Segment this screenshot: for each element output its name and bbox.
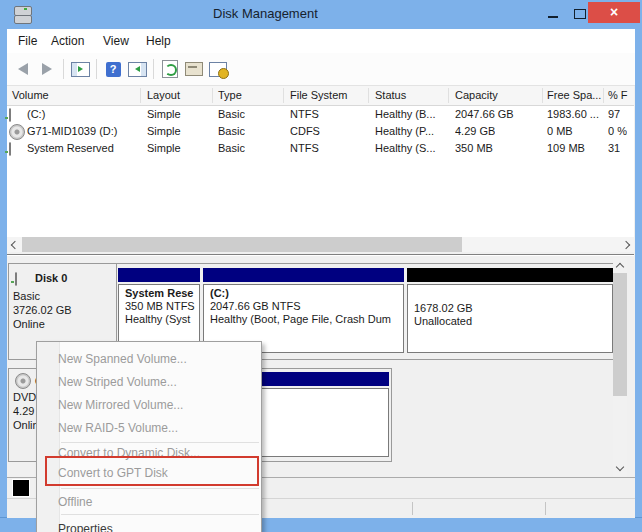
show-action-pane-button[interactable] xyxy=(125,57,149,81)
scroll-down-arrow[interactable] xyxy=(613,461,627,475)
disk-icon xyxy=(15,272,17,286)
cd-icon xyxy=(15,373,31,389)
window-title: Disk Management xyxy=(213,6,318,21)
cell-free-space: 1983.60 ... xyxy=(547,106,603,123)
menu-view[interactable]: View xyxy=(97,29,135,53)
menu-file[interactable]: File xyxy=(12,29,43,53)
disk0-type: Basic xyxy=(13,290,40,302)
menu-separator xyxy=(61,442,259,443)
cell-status: Healthy (B... xyxy=(375,106,447,123)
disk0-name: Disk 0 xyxy=(35,272,67,284)
refresh-button[interactable] xyxy=(158,57,182,81)
column-header-capacity[interactable]: Capacity xyxy=(455,86,498,105)
column-header-file-system[interactable]: File System xyxy=(290,86,347,105)
toolbar: ? xyxy=(7,53,635,86)
back-button[interactable] xyxy=(11,57,35,81)
cell-volume: G71-MID1039 (D:) xyxy=(27,123,139,140)
drive-icon xyxy=(9,142,11,156)
help-icon: ? xyxy=(106,62,121,77)
column-header-layout[interactable]: Layout xyxy=(147,86,180,105)
cell-pct-free: 97 xyxy=(608,106,620,123)
help-button[interactable]: ? xyxy=(101,57,125,81)
menu-item-new-striped-volume[interactable]: New Striped Volume... xyxy=(37,371,261,393)
partition-unallocated[interactable]: 1678.02 GB Unallocated xyxy=(407,268,613,353)
show-console-tree-button[interactable] xyxy=(68,57,92,81)
close-button[interactable]: × xyxy=(588,2,640,23)
cell-type: Basic xyxy=(218,123,245,140)
menu-bar: File Action View Help xyxy=(7,29,635,53)
menu-item-properties[interactable]: Properties xyxy=(37,518,261,532)
partition-status: Unallocated xyxy=(414,315,612,328)
toolbar-separator xyxy=(63,59,64,79)
horizontal-scrollbar[interactable] xyxy=(7,237,634,252)
window-border-right xyxy=(635,29,642,532)
minimize-button[interactable] xyxy=(543,5,563,23)
menu-item-new-mirrored-volume[interactable]: New Mirrored Volume... xyxy=(37,394,261,416)
volume-row-system-reserved[interactable]: System Reserved Simple Basic NTFS Health… xyxy=(7,140,634,157)
cell-layout: Simple xyxy=(147,123,181,140)
toolbar-separator xyxy=(153,59,154,79)
column-header-pct-free[interactable]: % F xyxy=(608,86,628,105)
forward-icon xyxy=(42,63,52,75)
cell-capacity: 4.29 GB xyxy=(455,123,495,140)
volume-list-header: Volume Layout Type File System Status Ca… xyxy=(7,86,634,106)
vertical-scrollbar-thumb[interactable] xyxy=(613,273,627,396)
scroll-left-arrow[interactable] xyxy=(7,237,20,252)
maximize-icon xyxy=(574,9,586,19)
device-manager-icon xyxy=(209,62,227,77)
forward-button[interactable] xyxy=(35,57,59,81)
toolbar-separator xyxy=(96,59,97,79)
partition-color-bar xyxy=(118,268,200,282)
disk-context-menu: New Spanned Volume... New Striped Volume… xyxy=(36,341,262,532)
horizontal-scrollbar-thumb[interactable] xyxy=(22,237,462,252)
volume-row-c[interactable]: (C:) Simple Basic NTFS Healthy (B... 204… xyxy=(7,106,634,123)
unallocated-color-bar xyxy=(407,268,613,282)
partition-status: Healthy (Boot, Page File, Crash Dum xyxy=(210,313,403,326)
cell-free-space: 109 MB xyxy=(547,140,603,157)
menu-separator xyxy=(61,488,259,489)
rescan-disks-button[interactable] xyxy=(182,57,206,81)
menu-help[interactable]: Help xyxy=(140,29,177,53)
cell-status: Healthy (P... xyxy=(375,123,447,140)
vertical-scrollbar[interactable] xyxy=(613,258,627,477)
scroll-up-arrow[interactable] xyxy=(613,258,627,272)
column-header-free-space[interactable]: Free Spa... xyxy=(547,86,601,105)
partition-size: 350 MB NTFS xyxy=(125,300,199,313)
close-icon: × xyxy=(610,4,618,20)
cdrom-type: DVD xyxy=(13,391,36,403)
partition-status: Healthy (Syst xyxy=(125,313,199,326)
menu-item-offline[interactable]: Offline xyxy=(37,491,261,513)
cell-volume: (C:) xyxy=(27,106,139,123)
window-border-left xyxy=(0,29,7,532)
scroll-right-arrow[interactable] xyxy=(621,237,634,252)
legend-unallocated-swatch xyxy=(13,480,29,496)
cell-free-space: 0 MB xyxy=(547,123,603,140)
pane-splitter[interactable] xyxy=(7,254,634,256)
console-tree-icon xyxy=(71,62,90,77)
cell-type: Basic xyxy=(218,140,245,157)
column-header-type[interactable]: Type xyxy=(218,86,242,105)
menu-action[interactable]: Action xyxy=(45,29,90,53)
volume-list: Volume Layout Type File System Status Ca… xyxy=(7,86,634,237)
menu-item-new-raid5-volume[interactable]: New RAID-5 Volume... xyxy=(37,417,261,439)
cell-layout: Simple xyxy=(147,140,181,157)
cell-volume: System Reserved xyxy=(27,140,139,157)
refresh-icon xyxy=(162,60,178,78)
device-manager-button[interactable] xyxy=(206,57,230,81)
partition-size: 2047.66 GB NTFS xyxy=(210,300,403,313)
back-icon xyxy=(18,63,28,75)
volume-row-d[interactable]: G71-MID1039 (D:) Simple Basic CDFS Healt… xyxy=(7,123,634,140)
partition-title: (C:) xyxy=(210,287,403,300)
cell-file-system: NTFS xyxy=(290,106,319,123)
window-disk-icon xyxy=(13,4,33,25)
cell-file-system: CDFS xyxy=(290,123,320,140)
maximize-button[interactable] xyxy=(570,5,590,23)
minimize-icon xyxy=(548,16,558,18)
column-header-volume[interactable]: Volume xyxy=(12,86,49,105)
rescan-disks-icon xyxy=(185,62,203,76)
cell-status: Healthy (S... xyxy=(375,140,447,157)
menu-item-new-spanned-volume[interactable]: New Spanned Volume... xyxy=(37,348,261,370)
partition-size: 1678.02 GB xyxy=(414,302,612,315)
column-header-status[interactable]: Status xyxy=(375,86,406,105)
titlebar[interactable]: Disk Management × xyxy=(0,0,642,29)
